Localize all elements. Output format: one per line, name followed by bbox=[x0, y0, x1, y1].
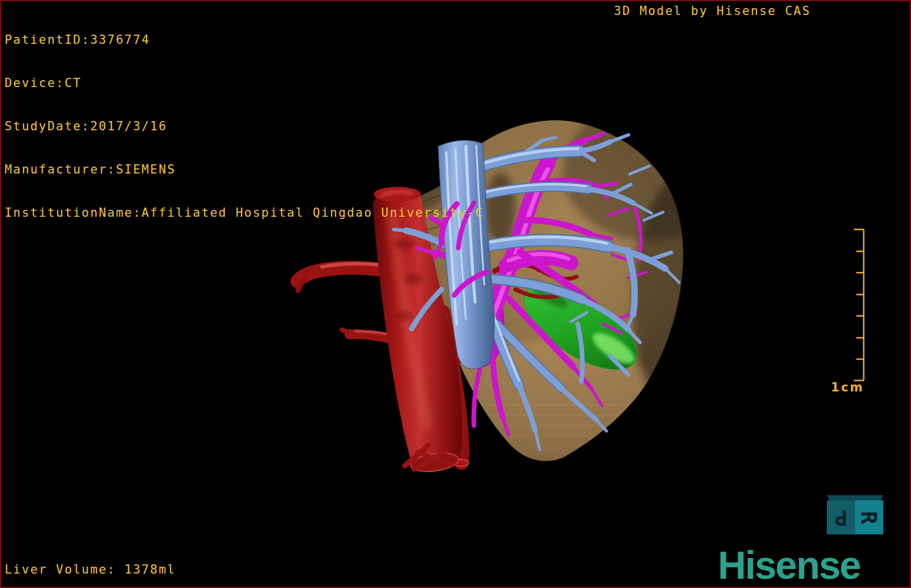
orientation-letter-posterior: P bbox=[834, 507, 848, 529]
liver-volume-readout: Liver Volume: 1378ml bbox=[5, 563, 176, 577]
orientation-cube-right-face: R bbox=[855, 500, 883, 534]
watermark-title: 3D Model by Hisense CAS bbox=[614, 4, 811, 18]
scale-bar-label: 1cm bbox=[827, 380, 868, 394]
institution-line: InstitutionName:Affiliated Hospital Qing… bbox=[5, 206, 484, 220]
orientation-cube-top-face bbox=[827, 495, 883, 500]
scale-bar bbox=[829, 227, 866, 384]
device-line: Device:CT bbox=[5, 76, 484, 91]
orientation-cube-posterior-face: P bbox=[827, 500, 855, 534]
viewer-window: PatientID:3376774 Device:CT StudyDate:20… bbox=[0, 0, 911, 588]
scale-bar-ruler bbox=[829, 227, 866, 384]
manufacturer-line: Manufacturer:SIEMENS bbox=[5, 163, 484, 177]
patient-id-line: PatientID:3376774 bbox=[5, 33, 484, 47]
study-date-line: StudyDate:2017/3/16 bbox=[5, 119, 484, 134]
patient-metadata: PatientID:3376774 Device:CT StudyDate:20… bbox=[5, 4, 484, 249]
orientation-letter-right: R bbox=[858, 511, 880, 524]
hisense-logo: Hisense bbox=[718, 545, 911, 586]
orientation-cube[interactable]: P R bbox=[827, 495, 883, 534]
